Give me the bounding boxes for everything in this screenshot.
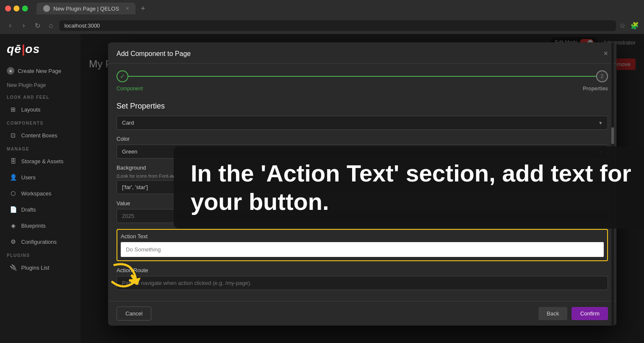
modal-footer: Cancel Back Confirm bbox=[108, 301, 616, 326]
forward-nav-button[interactable]: › bbox=[19, 22, 29, 29]
maximize-window-button[interactable] bbox=[22, 6, 28, 11]
scrollbar-track bbox=[611, 42, 614, 326]
action-text-label: Action Text bbox=[121, 233, 604, 240]
step2-number: 2 bbox=[601, 73, 604, 79]
action-text-input[interactable] bbox=[121, 242, 604, 257]
step1-circle: ✓ bbox=[117, 70, 128, 82]
background-input[interactable] bbox=[117, 180, 608, 194]
confirm-button[interactable]: Confirm bbox=[572, 307, 608, 320]
layouts-icon: ⊞ bbox=[9, 106, 17, 113]
sidebar-item-configurations-label: Configurations bbox=[21, 239, 57, 245]
step1-label: Component bbox=[117, 86, 143, 92]
create-new-page-button[interactable]: + Create New Page bbox=[0, 63, 80, 79]
sidebar: qē|os + Create New Page New Plugin Page … bbox=[0, 34, 80, 343]
browser-addressbar: ‹ › ↻ ⌂ ☆ 🧩 bbox=[0, 17, 644, 34]
sidebar-item-blueprints[interactable]: ◈ Blueprints bbox=[3, 218, 78, 233]
storage-icon: 🗄 bbox=[9, 158, 17, 165]
card-select[interactable]: Card bbox=[117, 116, 608, 130]
plugins-icon: 🔌 bbox=[9, 264, 17, 271]
minimize-window-button[interactable] bbox=[14, 6, 19, 11]
background-form-group: Background (Look for icons from Font-awe bbox=[117, 165, 608, 194]
new-tab-button[interactable]: + bbox=[141, 4, 145, 13]
sidebar-item-content-boxes-label: Content Boxes bbox=[21, 132, 57, 139]
sidebar-item-plugins-list[interactable]: 🔌 Plugins List bbox=[3, 260, 78, 275]
stepper: ✓ 2 bbox=[108, 64, 616, 86]
value-form-group: Value bbox=[117, 200, 608, 223]
bookmark-icon: ☆ bbox=[619, 22, 625, 30]
scrollbar-thumb[interactable] bbox=[611, 127, 614, 144]
workspaces-icon: ⬡ bbox=[9, 190, 17, 197]
content-boxes-icon: ⊡ bbox=[9, 132, 17, 139]
action-route-label: Action Route bbox=[117, 267, 608, 273]
browser-titlebar: New Plugin Page | QELOS × + bbox=[0, 0, 644, 17]
back-button[interactable]: Back bbox=[539, 307, 568, 320]
tab-favicon bbox=[43, 5, 50, 12]
step2-circle: 2 bbox=[596, 70, 608, 82]
sidebar-section-look-feel: LOOK AND FEEL bbox=[0, 92, 80, 101]
drafts-icon: 📄 bbox=[9, 206, 17, 213]
action-text-group: Action Text bbox=[117, 229, 608, 261]
modal-close-button[interactable]: × bbox=[603, 49, 608, 58]
sidebar-section-plugins: PLUGINS bbox=[0, 250, 80, 259]
sidebar-section-manage: MANAGE bbox=[0, 143, 80, 153]
app-layout: qē|os + Create New Page New Plugin Page … bbox=[0, 34, 644, 343]
sidebar-section-components: COMPONENTS bbox=[0, 117, 80, 127]
footer-right: Back Confirm bbox=[539, 307, 608, 320]
sidebar-item-storage[interactable]: 🗄 Storage & Assets bbox=[3, 153, 78, 169]
modal-title: Add Component to Page bbox=[117, 50, 191, 58]
traffic-lights bbox=[5, 6, 28, 11]
sidebar-item-blueprints-label: Blueprints bbox=[21, 223, 46, 229]
main-content: Edit Mode Administrator My Page Title ⧉ … bbox=[80, 34, 644, 343]
browser-chrome: New Plugin Page | QELOS × + ‹ › ↻ ⌂ ☆ 🧩 bbox=[0, 0, 644, 34]
home-nav-button[interactable]: ⌂ bbox=[46, 22, 56, 29]
sidebar-item-users[interactable]: 👤 Users bbox=[3, 170, 78, 185]
stepper-labels: Component Properties bbox=[108, 86, 616, 97]
modal-header: Add Component to Page × bbox=[108, 42, 616, 64]
blueprints-icon: ◈ bbox=[9, 222, 17, 229]
sidebar-item-content-boxes[interactable]: ⊡ Content Boxes bbox=[3, 128, 78, 143]
action-route-form-group: Action Route bbox=[117, 267, 608, 290]
browser-tab[interactable]: New Plugin Page | QELOS × bbox=[36, 3, 136, 14]
sidebar-item-users-label: Users bbox=[21, 174, 36, 181]
sidebar-item-workspaces-label: Workspaces bbox=[21, 190, 51, 197]
step-line bbox=[128, 76, 596, 77]
plus-icon: + bbox=[7, 67, 14, 75]
card-select-wrapper: Card bbox=[117, 116, 608, 130]
sidebar-item-drafts[interactable]: 📄 Drafts bbox=[3, 202, 78, 217]
users-icon: 👤 bbox=[9, 174, 17, 181]
color-label: Color bbox=[117, 136, 608, 142]
sidebar-item-workspaces[interactable]: ⬡ Workspaces bbox=[3, 186, 78, 201]
color-form-group: Color Green bbox=[117, 136, 608, 159]
card-select-group: Card bbox=[117, 116, 608, 130]
background-label: Background bbox=[117, 165, 608, 171]
set-properties-title: Set Properties bbox=[117, 102, 608, 111]
create-new-page-label: Create New Page bbox=[18, 68, 61, 74]
value-input[interactable] bbox=[117, 209, 608, 223]
value-label: Value bbox=[117, 200, 608, 206]
sidebar-item-drafts-label: Drafts bbox=[21, 206, 36, 213]
sidebar-item-layouts-label: Layouts bbox=[21, 106, 41, 113]
back-nav-button[interactable]: ‹ bbox=[5, 22, 15, 29]
sidebar-item-storage-label: Storage & Assets bbox=[21, 158, 64, 165]
close-window-button[interactable] bbox=[5, 6, 11, 11]
background-hint: (Look for icons from Font-awe bbox=[117, 173, 608, 178]
sidebar-item-plugins-label: Plugins List bbox=[21, 265, 49, 271]
sidebar-logo: qē|os bbox=[0, 34, 80, 63]
color-select-wrapper: Green bbox=[117, 145, 608, 159]
browser-icons: ☆ 🧩 bbox=[619, 22, 639, 30]
sidebar-item-layouts[interactable]: ⊞ Layouts bbox=[3, 102, 78, 117]
cancel-button[interactable]: Cancel bbox=[117, 307, 151, 321]
address-input[interactable] bbox=[59, 20, 616, 31]
sidebar-item-configurations[interactable]: ⚙ Configurations bbox=[3, 234, 78, 249]
modal-body: Set Properties Card Color Green bbox=[108, 97, 616, 301]
sidebar-page-link[interactable]: New Plugin Page bbox=[0, 79, 80, 92]
action-route-input[interactable] bbox=[117, 276, 608, 290]
color-select[interactable]: Green bbox=[117, 145, 608, 159]
tab-title: New Plugin Page | QELOS bbox=[53, 6, 119, 12]
configurations-icon: ⚙ bbox=[9, 238, 17, 245]
step2-label: Properties bbox=[583, 86, 608, 92]
refresh-nav-button[interactable]: ↻ bbox=[32, 22, 42, 30]
extensions-icon: 🧩 bbox=[630, 22, 639, 30]
tab-close-button[interactable]: × bbox=[126, 6, 129, 11]
add-component-modal: Add Component to Page × ✓ 2 Component Pr… bbox=[108, 42, 616, 326]
